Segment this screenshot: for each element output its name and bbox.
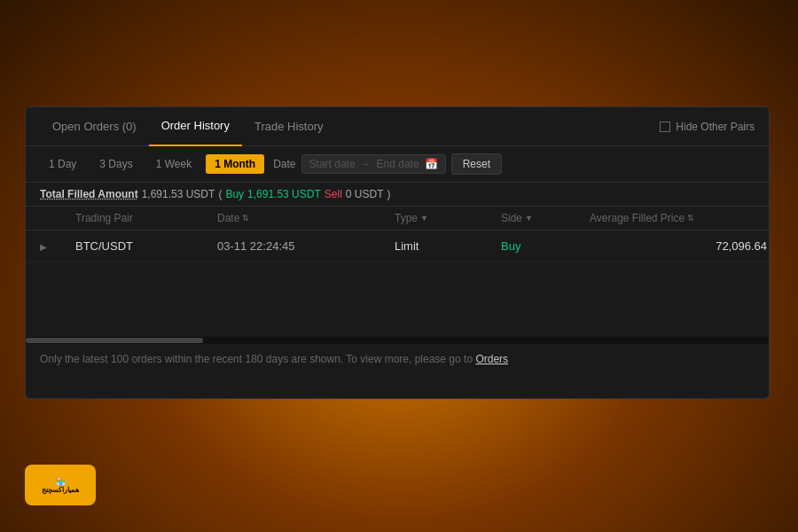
footer-note: Only the latest 100 orders within the re… <box>26 344 769 374</box>
period-1week[interactable]: 1 Week <box>147 154 200 174</box>
arrow-icon: → <box>361 158 372 170</box>
row-avg-price: 72,096.64 <box>590 239 767 253</box>
row-price: 72,310.00 <box>767 239 770 253</box>
period-1month[interactable]: 1 Month <box>206 154 264 174</box>
row-type: Limit <box>395 239 501 253</box>
sort-type-icon: ▼ <box>420 214 428 223</box>
sell-label: Sell <box>325 188 342 200</box>
total-row: Total Filled Amount 1,691.53 USDT ( Buy … <box>26 183 769 207</box>
period-3days[interactable]: 3 Days <box>90 154 141 174</box>
reset-button[interactable]: Reset <box>451 153 502 175</box>
col-trading-pair: Trading Pair <box>75 212 217 224</box>
col-type[interactable]: Type ▼ <box>395 212 501 224</box>
expand-icon[interactable]: ▶ <box>40 242 47 252</box>
tab-trade-history[interactable]: Trade History <box>242 107 336 146</box>
total-label: Total Filled Amount <box>40 188 138 200</box>
table-header: Trading Pair Date ⇅ Type ▼ Side ▼ Averag… <box>26 207 769 231</box>
sort-avgprice-icon: ⇅ <box>687 214 694 223</box>
total-value: 1,691.53 USDT <box>142 188 215 200</box>
sell-value: 0 USDT <box>346 188 384 200</box>
period-1day[interactable]: 1 Day <box>40 154 85 174</box>
tab-order-history[interactable]: Order History <box>149 107 242 146</box>
scrollbar[interactable] <box>26 337 769 344</box>
start-date-input[interactable]: Start date → End date 📅 <box>301 154 446 174</box>
col-date[interactable]: Date ⇅ <box>217 212 395 224</box>
table-row: ▶ BTC/USDT 03-11 22:24:45 Limit Buy 72,0… <box>26 231 769 262</box>
col-avg-price[interactable]: Average Filled Price ⇅ <box>590 212 767 224</box>
date-label: Date <box>273 158 295 170</box>
buy-value: 1,691.53 USDT <box>247 188 321 200</box>
table-body: ▶ BTC/USDT 03-11 22:24:45 Limit Buy 72,0… <box>26 231 769 337</box>
hide-other-pairs-checkbox[interactable] <box>660 121 670 132</box>
expand-cell[interactable]: ▶ <box>40 239 75 253</box>
tab-open-orders[interactable]: Open Orders (0) <box>40 107 149 146</box>
sort-side-icon: ▼ <box>525 214 533 223</box>
watermark: 🏪 همیاراکسچنج <box>25 465 96 505</box>
hide-other-pairs-toggle[interactable]: Hide Other Pairs <box>660 121 755 133</box>
scroll-thumb[interactable] <box>26 338 203 343</box>
orders-link[interactable]: Orders <box>475 353 508 365</box>
row-date: 03-11 22:24:45 <box>217 239 395 253</box>
row-side: Buy <box>501 239 590 253</box>
sort-date-icon: ⇅ <box>242 214 249 223</box>
col-price[interactable]: Price ⇅ <box>767 212 770 224</box>
col-side[interactable]: Side ▼ <box>501 212 590 224</box>
row-pair: BTC/USDT <box>75 239 217 253</box>
tabs-row: Open Orders (0) Order History Trade Hist… <box>26 107 769 146</box>
calendar-icon: 📅 <box>425 158 438 170</box>
filter-row: 1 Day 3 Days 1 Week 1 Month Date Start d… <box>26 146 769 183</box>
buy-label: Buy <box>225 188 244 200</box>
